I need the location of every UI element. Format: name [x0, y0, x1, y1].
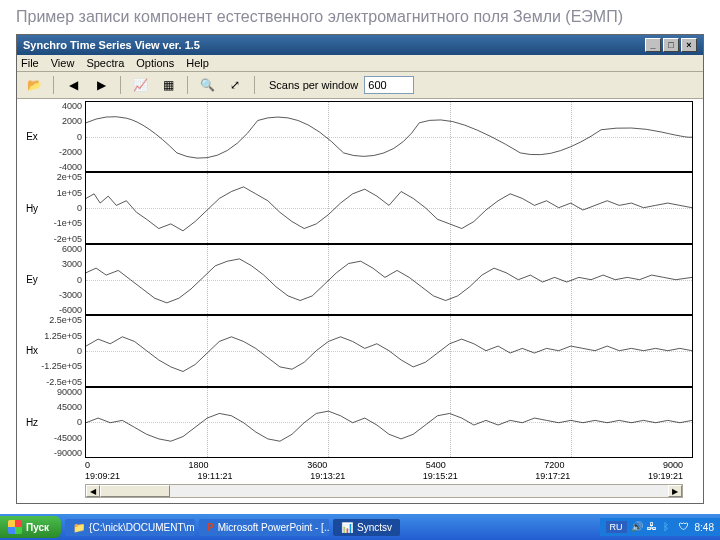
- app-icon: 📊: [341, 522, 353, 533]
- yaxis-ey: 6000 3000 0 -3000 -6000: [41, 244, 85, 315]
- menu-help[interactable]: Help: [186, 57, 209, 69]
- folder-icon: 📁: [73, 522, 85, 533]
- ylabel-ey: Ey: [23, 244, 41, 315]
- scans-input[interactable]: [364, 76, 414, 94]
- xaxis-ticks: 0 1800 3600 5400 7200 9000: [23, 460, 693, 470]
- minimize-button[interactable]: _: [645, 38, 661, 52]
- volume-icon[interactable]: 🔊: [631, 521, 643, 533]
- plot-ey: Ey 6000 3000 0 -3000 -6000: [23, 244, 693, 315]
- network-icon[interactable]: 🖧: [647, 521, 659, 533]
- plot-ex: Ex 4000 2000 0 -2000 -4000: [23, 101, 693, 172]
- bluetooth-icon[interactable]: ᛒ: [663, 521, 675, 533]
- canvas-hz[interactable]: [85, 387, 693, 458]
- canvas-hy[interactable]: [85, 172, 693, 243]
- close-button[interactable]: ×: [681, 38, 697, 52]
- plot-hz: Hz 90000 45000 0 -45000 -90000: [23, 387, 693, 458]
- app-window: Synchro Time Series View ver. 1.5 _ □ × …: [16, 34, 704, 504]
- ylabel-hz: Hz: [23, 387, 41, 458]
- ylabel-hx: Hx: [23, 315, 41, 386]
- next-icon[interactable]: ▶: [90, 75, 112, 95]
- plot-hx: Hx 2.5e+05 1.25e+05 0 -1.25e+05 -2.5e+05: [23, 315, 693, 386]
- task-synctsv[interactable]: 📊 Synctsv: [333, 519, 400, 536]
- powerpoint-icon: P: [207, 522, 214, 533]
- maximize-button[interactable]: □: [663, 38, 679, 52]
- toolbar: 📂 ◀ ▶ 📈 ▦ 🔍 ⤢ Scans per window: [17, 72, 703, 99]
- task-powerpoint[interactable]: P Microsoft PowerPoint - [...: [199, 519, 329, 536]
- zoom-icon[interactable]: 🔍: [196, 75, 218, 95]
- yaxis-ex: 4000 2000 0 -2000 -4000: [41, 101, 85, 172]
- fit-icon[interactable]: ⤢: [224, 75, 246, 95]
- slide-title: Пример записи компонент естественного эл…: [0, 0, 720, 34]
- canvas-hx[interactable]: [85, 315, 693, 386]
- canvas-ey[interactable]: [85, 244, 693, 315]
- system-tray: RU 🔊 🖧 ᛒ 🛡 8:48: [600, 518, 720, 536]
- horizontal-scrollbar[interactable]: ◀ ▶: [85, 484, 683, 498]
- yaxis-hy: 2e+05 1e+05 0 -1e+05 -2e+05: [41, 172, 85, 243]
- task-explorer[interactable]: 📁 {C:\nick\DOCUMENT\mts...: [65, 519, 195, 536]
- scroll-right-icon[interactable]: ▶: [668, 485, 682, 497]
- grid-icon[interactable]: ▦: [157, 75, 179, 95]
- ylabel-ex: Ex: [23, 101, 41, 172]
- windows-logo-icon: [8, 520, 22, 534]
- scroll-thumb[interactable]: [100, 485, 170, 497]
- clock[interactable]: 8:48: [695, 522, 714, 533]
- menu-view[interactable]: View: [51, 57, 75, 69]
- ylabel-hy: Hy: [23, 172, 41, 243]
- scans-label: Scans per window: [269, 79, 358, 91]
- start-button[interactable]: Пуск: [0, 516, 61, 538]
- menu-options[interactable]: Options: [136, 57, 174, 69]
- window-title: Synchro Time Series View ver. 1.5: [23, 39, 200, 51]
- menubar: File View Spectra Options Help: [17, 55, 703, 72]
- xaxis-times: 19:09:21 19:11:21 19:13:21 19:15:21 19:1…: [23, 471, 693, 481]
- titlebar: Synchro Time Series View ver. 1.5 _ □ ×: [17, 35, 703, 55]
- taskbar: Пуск 📁 {C:\nick\DOCUMENT\mts... P Micros…: [0, 514, 720, 540]
- menu-file[interactable]: File: [21, 57, 39, 69]
- canvas-ex[interactable]: [85, 101, 693, 172]
- shield-icon[interactable]: 🛡: [679, 521, 691, 533]
- chart-icon[interactable]: 📈: [129, 75, 151, 95]
- yaxis-hx: 2.5e+05 1.25e+05 0 -1.25e+05 -2.5e+05: [41, 315, 85, 386]
- prev-icon[interactable]: ◀: [62, 75, 84, 95]
- language-indicator[interactable]: RU: [606, 521, 627, 533]
- window-controls: _ □ ×: [645, 38, 697, 52]
- plots-area: Ex 4000 2000 0 -2000 -4000 Hy 2e+05 1e+0…: [17, 99, 703, 503]
- open-icon[interactable]: 📂: [23, 75, 45, 95]
- scroll-left-icon[interactable]: ◀: [86, 485, 100, 497]
- scroll-track[interactable]: [100, 485, 668, 497]
- yaxis-hz: 90000 45000 0 -45000 -90000: [41, 387, 85, 458]
- menu-spectra[interactable]: Spectra: [86, 57, 124, 69]
- plot-hy: Hy 2e+05 1e+05 0 -1e+05 -2e+05: [23, 172, 693, 243]
